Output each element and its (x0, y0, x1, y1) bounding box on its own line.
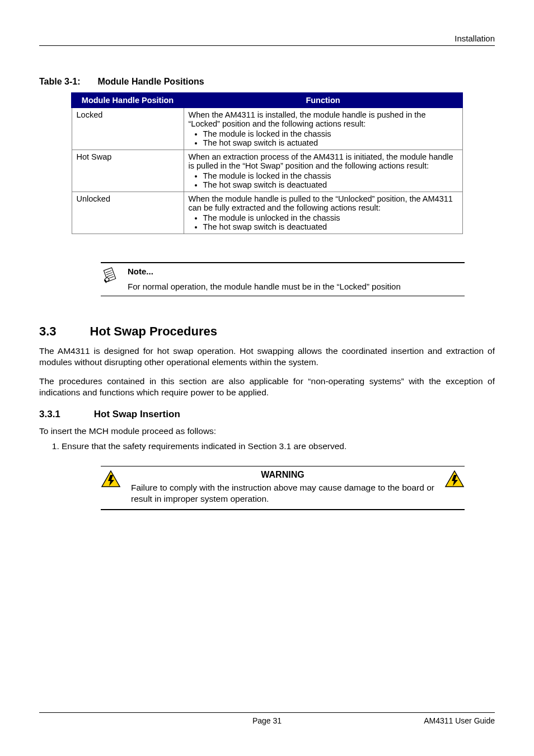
note-body-text: For normal operation, the module handle … (128, 282, 465, 291)
paragraph: The AM4311 is designed for hot swap oper… (39, 346, 495, 368)
row-position: Locked (72, 108, 184, 150)
row-item: The module is locked in the chassis (203, 171, 458, 180)
table-row: Locked When the AM4311 is installed, the… (72, 108, 462, 150)
section-title: Hot Swap Procedures (90, 324, 217, 339)
warning-icon (444, 470, 465, 488)
row-position: Hot Swap (72, 150, 184, 192)
paragraph: The procedures contained in this section… (39, 376, 495, 398)
table-row: Hot Swap When an extraction process of t… (72, 150, 462, 192)
row-function: When the AM4311 is installed, the module… (184, 108, 462, 150)
row-item: The hot swap switch is deactuated (203, 222, 458, 231)
warning-block: WARNING Failure to comply with the instr… (101, 466, 465, 510)
table-caption: Table 3-1: Module Handle Positions (39, 77, 495, 87)
section-number: 3.3 (39, 324, 57, 339)
note-icon (101, 267, 120, 288)
table-caption-title: Module Handle Positions (97, 77, 204, 86)
warning-text: Failure to comply with the instruction a… (131, 482, 434, 505)
warning-title: WARNING (101, 470, 465, 480)
module-handle-table: Module Handle Position Function Locked W… (71, 92, 463, 234)
page-footer: Page 31 AM4311 User Guide (39, 712, 495, 725)
table-header-function: Function (184, 93, 462, 108)
steps-list: Ensure that the safety requirements indi… (62, 441, 495, 451)
note-heading: Note... (128, 267, 465, 276)
row-function: When an extraction process of the AM4311… (184, 150, 462, 192)
row-lead: When the AM4311 is installed, the module… (189, 110, 458, 128)
row-position: Unlocked (72, 192, 184, 234)
row-item: The module is locked in the chassis (203, 129, 458, 138)
row-function: When the module handle is pulled to the … (184, 192, 462, 234)
page-header: Installation (39, 34, 495, 46)
row-item: The hot swap switch is actuated (203, 138, 458, 147)
note-block: Note... For normal operation, the module… (101, 262, 465, 296)
table-row: Unlocked When the module handle is pulle… (72, 192, 462, 234)
row-lead: When the module handle is pulled to the … (189, 194, 458, 212)
footer-page-number: Page 31 (39, 716, 495, 725)
table-caption-label: Table 3-1: (39, 77, 95, 87)
row-lead: When an extraction process of the AM4311… (189, 152, 458, 170)
paragraph: To insert the MCH module proceed as foll… (39, 426, 495, 437)
row-item: The module is unlocked in the chassis (203, 213, 458, 222)
subsection-title: Hot Swap Insertion (94, 409, 180, 420)
list-item: Ensure that the safety requirements indi… (62, 441, 495, 451)
warning-icon (101, 470, 121, 488)
table-header-position: Module Handle Position (72, 93, 184, 108)
row-item: The hot swap switch is deactuated (203, 180, 458, 189)
subsection-number: 3.3.1 (39, 409, 60, 420)
